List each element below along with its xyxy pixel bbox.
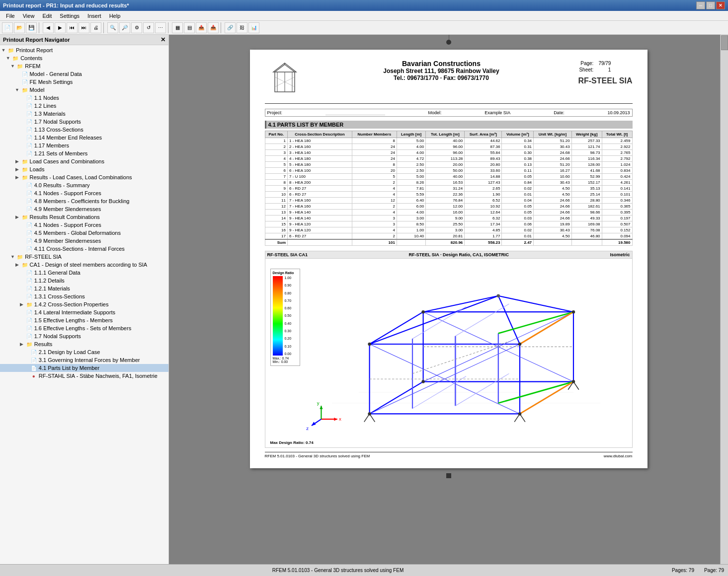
- tree-item-load-cases[interactable]: ▶📁Load Cases and Combinations: [0, 157, 168, 165]
- tree-toggle: [18, 134, 25, 141]
- tree-item-fe-mesh[interactable]: 📄FE Mesh Settings: [0, 78, 168, 86]
- tree-item-nodal-supports2[interactable]: 📄1.7 Nodal Supports: [0, 332, 168, 340]
- table-cell-13-3: 3.00: [397, 216, 425, 221]
- menu-settings[interactable]: Settings: [56, 12, 83, 20]
- tree-icon-rc-nodes: 📄: [25, 221, 33, 228]
- tree-item-results-lc[interactable]: ▶📁Results - Load Cases, Load Combination…: [0, 173, 168, 181]
- svg-point-53: [496, 294, 499, 297]
- tree-item-lateral-supports[interactable]: 📄1.4 Lateral Intermediate Supports: [0, 308, 168, 316]
- toolbar-refresh[interactable]: ↺: [143, 22, 154, 33]
- tree-item-general-data[interactable]: 📄1.1.1 General Data: [0, 269, 168, 277]
- toolbar-new[interactable]: 📄: [2, 22, 13, 33]
- tree-icon-details: 📄: [25, 277, 33, 284]
- tree-toggle: [18, 229, 25, 236]
- tree-toggle: [14, 78, 21, 85]
- tree-item-results-nodes[interactable]: 📄4.1 Nodes - Support Forces: [0, 189, 168, 197]
- tree-item-nodes[interactable]: 📄1.1 Nodes: [0, 94, 168, 102]
- panel-close-button[interactable]: ✕: [161, 36, 165, 43]
- close-button[interactable]: ✕: [716, 1, 725, 9]
- toolbar-import[interactable]: 📥: [208, 22, 219, 33]
- toolbar-back[interactable]: ◀: [43, 22, 54, 33]
- tree-item-governing[interactable]: 📄3.1 Governing Internal Forces by Member: [0, 356, 168, 364]
- table-cell-16-9: 0.094: [602, 233, 632, 240]
- scroll-thumb[interactable]: [721, 35, 728, 50]
- toolbar-save[interactable]: 💾: [26, 22, 37, 33]
- tree-item-cross-sections2[interactable]: 📄1.3.1 Cross-Sections: [0, 292, 168, 300]
- tree-item-results2[interactable]: ▶📁Results: [0, 340, 168, 348]
- toolbar-export[interactable]: 📤: [196, 22, 207, 33]
- tree-item-rf-stahl[interactable]: ●RF-STAHL SIA - Stäbe Nachweis, FA1, Iso…: [0, 372, 168, 380]
- tree-item-printout-report[interactable]: ▼📁Printout Report: [0, 46, 168, 54]
- toolbar-graph[interactable]: 📊: [248, 22, 259, 33]
- menu-view[interactable]: View: [19, 12, 39, 20]
- table-cell-2-8: 98.73: [571, 150, 602, 156]
- tree-item-rc-cross[interactable]: 📄4.11 Cross-Sections - Internal Forces: [0, 245, 168, 253]
- tree-item-model-general[interactable]: 📄Model - General Data: [0, 70, 168, 78]
- table-cell-8-8: 35.13: [571, 186, 602, 192]
- toolbar-first[interactable]: ⏮: [67, 22, 78, 33]
- tree-toggle: ▼: [14, 86, 21, 93]
- toolbar-last[interactable]: ⏭: [79, 22, 89, 33]
- tree-item-loads[interactable]: ▶📁Loads: [0, 165, 168, 173]
- tree-item-results-slenderness[interactable]: 📄4.9 Member Slendernesses: [0, 205, 168, 213]
- tree-item-ca1[interactable]: ▶📁CA1 - Design of steel members accordin…: [0, 261, 168, 269]
- minimize-button[interactable]: ─: [696, 1, 705, 9]
- tree-label-results2: Results: [34, 341, 53, 347]
- tree-item-rc-members[interactable]: 📄4.5 Members - Global Deformations: [0, 229, 168, 237]
- document-wrapper[interactable]: Bavarian Constructions Joseph Street 111…: [169, 35, 728, 564]
- toolbar-layout[interactable]: ▦: [172, 22, 183, 33]
- tree-item-rc-nodes[interactable]: 📄4.1 Nodes - Support Forces: [0, 221, 168, 229]
- tree-item-rfem[interactable]: ▼📁RFEM: [0, 62, 168, 70]
- toolbar-columns[interactable]: ▤: [184, 22, 195, 33]
- table-cell-8-5: 2.65: [465, 186, 502, 192]
- tree-item-materials[interactable]: 📄1.3 Materials: [0, 110, 168, 118]
- viz-view-label: Isometric: [610, 252, 630, 257]
- table-cell-17-6: 2.47: [502, 239, 534, 246]
- tree-item-cross-sections[interactable]: 📄1.13 Cross-Sections: [0, 126, 168, 134]
- toolbar-zoom-in[interactable]: 🔍: [107, 22, 118, 33]
- table-cell-1-8: 121.74: [571, 144, 602, 150]
- tree-item-eff-lengths-sets[interactable]: 📄1.6 Effective Lengths - Sets of Members: [0, 324, 168, 332]
- menu-insert[interactable]: Insert: [83, 12, 105, 20]
- menu-file[interactable]: File: [2, 12, 19, 20]
- toolbar-zoom-out[interactable]: 🔎: [119, 22, 130, 33]
- toolbar-forward[interactable]: ▶: [55, 22, 66, 33]
- toolbar-settings[interactable]: ⚙: [131, 22, 142, 33]
- table-cell-2-7: 24.68: [534, 150, 572, 156]
- document-page: Bavarian Constructions Joseph Street 111…: [250, 50, 647, 468]
- tree-item-materials2[interactable]: 📄1.2.1 Materials: [0, 285, 168, 292]
- toolbar-options[interactable]: ⋯: [155, 22, 166, 33]
- toolbar-link[interactable]: 🔗: [225, 22, 236, 33]
- tree-item-results-summary[interactable]: 📄4.0 Results - Summary: [0, 181, 168, 189]
- menu-help[interactable]: Help: [105, 12, 125, 20]
- tree-item-results-buckling[interactable]: 📄4.8 Members - Coefficients for Buckling: [0, 197, 168, 205]
- tree-item-nodal-supports[interactable]: 📄1.7 Nodal Supports: [0, 118, 168, 126]
- toolbar-unlink[interactable]: ⛓: [237, 22, 247, 33]
- tree-item-cross-section-props[interactable]: ▶📁1.4.2 Cross-Section Properties: [0, 300, 168, 308]
- tree-icon-members: 📄: [25, 142, 33, 149]
- tree-item-eff-lengths-members[interactable]: 📄1.5 Effective Lengths - Members: [0, 316, 168, 324]
- tree-item-members[interactable]: 📄1.17 Members: [0, 142, 168, 149]
- tree-item-model[interactable]: ▼📁Model: [0, 86, 168, 94]
- vertical-scrollbar[interactable]: [720, 35, 728, 564]
- table-cell-9-4: 22.36: [426, 192, 465, 198]
- tree-item-parts-list[interactable]: 📄4.1 Parts List by Member: [0, 364, 168, 372]
- table-cell-0-9: 2.459: [602, 138, 632, 144]
- tree-item-lines[interactable]: 📄1.2 Lines: [0, 102, 168, 110]
- tree-item-rfsteel[interactable]: ▼📁RF-STEEL SIA: [0, 253, 168, 261]
- tree-item-contents[interactable]: ▼📁Contents: [0, 54, 168, 62]
- table-cell-17-3: [397, 239, 425, 246]
- tree-container[interactable]: ▼📁Printout Report ▼📁Contents ▼📁RFEM 📄Mod…: [0, 45, 168, 564]
- tree-item-details[interactable]: 📄1.1.2 Details: [0, 277, 168, 285]
- maximize-button[interactable]: □: [706, 1, 715, 9]
- tree-item-sets-of-members[interactable]: 📄1.21 Sets of Members: [0, 149, 168, 157]
- toolbar-open[interactable]: 📂: [14, 22, 25, 33]
- tree-item-results-rc[interactable]: ▶📁Results Result Combinations: [0, 213, 168, 221]
- menu-edit[interactable]: Edit: [38, 12, 56, 20]
- toolbar-print[interactable]: 🖨: [90, 22, 101, 33]
- structure-svg: x y z: [305, 264, 627, 440]
- tree-item-member-end-releases[interactable]: 📄1.14 Member End Releases: [0, 134, 168, 142]
- tree-item-design-lc[interactable]: 📄2.1 Design by Load Case: [0, 348, 168, 356]
- tree-item-rc-slenderness[interactable]: 📄4.9 Member Slendernesses: [0, 237, 168, 245]
- table-cell-11-8: 182.61: [571, 204, 602, 210]
